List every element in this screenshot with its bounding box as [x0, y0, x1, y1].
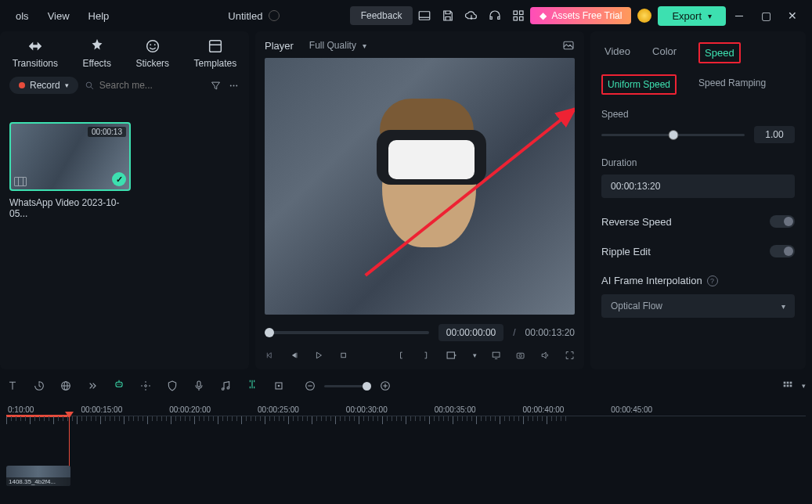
svg-rect-20 — [341, 353, 345, 358]
more-icon[interactable] — [228, 80, 240, 92]
preview-panel: Player Full Quality▾ 00:00:00:00 / 00:00… — [255, 31, 584, 369]
chevron-down-icon[interactable]: ▾ — [802, 382, 806, 390]
help-icon[interactable]: ? — [707, 275, 718, 286]
svg-rect-38 — [197, 381, 200, 387]
subtab-speed-ramping[interactable]: Speed Ramping — [694, 74, 770, 95]
ai-interpolation-select[interactable]: Optical Flow ▾ — [601, 294, 795, 318]
tab-color[interactable]: Color — [652, 42, 677, 63]
reverse-speed-toggle[interactable] — [770, 215, 795, 228]
text-tool-icon[interactable] — [6, 380, 19, 392]
svg-point-40 — [227, 387, 229, 389]
zoom-slider[interactable] — [324, 385, 371, 387]
cut-icon[interactable] — [246, 378, 258, 391]
timeline-ruler[interactable] — [6, 416, 806, 427]
camera-icon[interactable] — [515, 349, 525, 362]
snapshot-icon[interactable] — [562, 39, 575, 52]
timeline-clip-label: 1408.35_4b2f4... — [6, 477, 70, 486]
zoom-knob[interactable] — [363, 382, 371, 391]
svg-rect-29 — [116, 382, 122, 387]
play-icon[interactable] — [313, 349, 323, 362]
shield-icon[interactable] — [166, 380, 179, 392]
document-title: Untitled — [228, 10, 262, 22]
svg-point-31 — [120, 383, 121, 384]
prev-frame-icon[interactable] — [265, 349, 275, 362]
subtab-uniform-speed[interactable]: Uniform Speed — [601, 74, 677, 95]
sparkle-icon[interactable] — [139, 380, 152, 392]
coin-icon[interactable] — [637, 9, 651, 23]
bracket-in-icon[interactable] — [396, 349, 406, 362]
zoom-in-icon[interactable] — [379, 380, 392, 392]
crop-icon[interactable] — [272, 380, 285, 392]
history-icon[interactable] — [33, 380, 45, 392]
speed-slider[interactable] — [601, 134, 745, 136]
feedback-button[interactable]: Feedback — [350, 6, 413, 25]
svg-rect-55 — [790, 382, 792, 384]
timeline-clip[interactable]: 1408.35_4b2f4... — [6, 466, 70, 486]
window-close[interactable]: ✕ — [779, 9, 806, 22]
preview-scrubber[interactable] — [265, 331, 429, 334]
menu-view[interactable]: View — [38, 7, 79, 25]
tab-templates[interactable]: Templates — [194, 38, 237, 69]
filter-icon[interactable] — [210, 80, 222, 92]
tab-speed[interactable]: Speed — [698, 42, 741, 63]
window-minimize[interactable]: ─ — [726, 9, 752, 22]
svg-point-8 — [154, 44, 156, 45]
ripple-edit-label: Ripple Edit — [601, 246, 651, 257]
apps-grid-icon[interactable] — [511, 9, 525, 23]
gem-icon: ◆ — [540, 10, 547, 21]
media-clip[interactable]: 00:00:13 WhatsApp Video 2023-10-05... — [9, 122, 131, 219]
menu-help[interactable]: Help — [79, 7, 119, 25]
globe-icon[interactable] — [60, 380, 72, 392]
svg-point-11 — [86, 82, 92, 88]
chevron-down-icon[interactable]: ▾ — [473, 351, 477, 359]
svg-point-6 — [146, 41, 158, 52]
tab-transitions[interactable]: Transitions — [13, 38, 58, 69]
export-button[interactable]: Export ▾ — [658, 6, 726, 26]
record-dropdown[interactable]: Record▾ — [9, 77, 78, 94]
scrubber-handle[interactable] — [265, 328, 274, 337]
duration-field[interactable]: 00:00:13:20 — [601, 175, 795, 198]
playhead[interactable] — [69, 416, 70, 471]
timecode: 00:00:40:00 — [523, 405, 565, 414]
bracket-out-icon[interactable] — [420, 349, 431, 362]
save-icon[interactable] — [441, 9, 455, 23]
ripple-edit-toggle[interactable] — [770, 245, 795, 257]
chevrons-icon[interactable] — [86, 380, 99, 392]
time-separator: / — [513, 327, 515, 338]
tab-effects[interactable]: Effects — [82, 38, 110, 69]
music-icon[interactable] — [219, 380, 232, 392]
stop-icon[interactable] — [338, 349, 348, 362]
svg-rect-53 — [784, 382, 786, 384]
speed-value[interactable]: 1.00 — [754, 126, 795, 143]
assets-free-trial-button[interactable]: ◆ Assets Free Trial — [530, 7, 631, 24]
svg-point-7 — [150, 44, 151, 45]
mic-icon[interactable] — [193, 380, 205, 392]
ratio-icon[interactable] — [445, 349, 459, 362]
cloud-download-icon[interactable] — [464, 9, 478, 23]
svg-point-33 — [145, 385, 147, 387]
ai-robot-icon[interactable] — [113, 378, 125, 391]
quality-dropdown[interactable]: Full Quality▾ — [309, 40, 562, 51]
step-back-icon[interactable] — [289, 349, 299, 362]
layout1-icon[interactable] — [417, 9, 431, 23]
svg-rect-57 — [787, 385, 789, 387]
headphones-icon[interactable] — [488, 9, 502, 23]
thumbnails-grid-icon[interactable] — [781, 380, 794, 392]
speed-slider-knob[interactable] — [668, 130, 678, 140]
svg-rect-5 — [520, 17, 524, 21]
search-input[interactable] — [99, 80, 204, 91]
tab-stickers[interactable]: Stickers — [135, 38, 169, 69]
tab-video[interactable]: Video — [604, 42, 630, 63]
zoom-out-icon[interactable] — [304, 380, 316, 392]
display-icon[interactable] — [491, 349, 501, 362]
chevron-down-icon: ▾ — [708, 12, 712, 20]
menu-ols[interactable]: ols — [6, 7, 38, 25]
clip-thumbnail[interactable]: 00:00:13 — [9, 122, 131, 191]
window-maximize[interactable]: ▢ — [752, 9, 779, 22]
video-preview[interactable] — [265, 58, 575, 315]
svg-rect-22 — [493, 352, 500, 357]
fullscreen-icon[interactable] — [565, 349, 575, 362]
volume-icon[interactable] — [540, 349, 550, 362]
svg-rect-54 — [787, 382, 789, 384]
timecode: 00:00:15:00 — [81, 405, 122, 414]
